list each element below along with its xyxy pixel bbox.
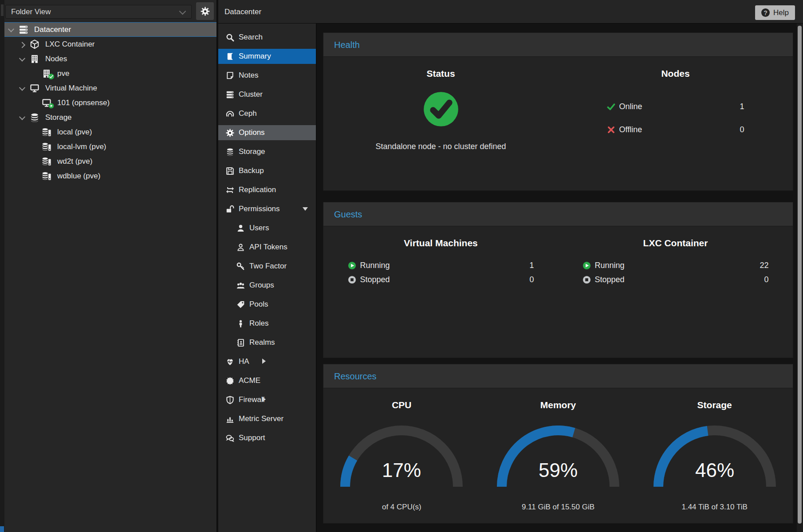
menu-item-realms[interactable]: Realms	[218, 335, 316, 350]
tree-item-datacenter[interactable]: Datacenter	[4, 22, 216, 37]
node-status-row-online: Online1	[607, 95, 744, 118]
menu-item-notes[interactable]: Notes	[218, 68, 316, 83]
menu-item-label: Backup	[239, 166, 264, 175]
menu-item-permissions[interactable]: Permissions	[218, 201, 316, 217]
tree-settings-button[interactable]	[196, 2, 214, 20]
building-check-icon	[42, 69, 53, 79]
caret-down-icon[interactable]	[20, 115, 30, 120]
gear-icon	[225, 128, 234, 137]
api-token-icon	[236, 243, 245, 252]
storage-drive-icon	[42, 157, 53, 166]
guests-column-virtual-machines: Virtual MachinesRunning1Stopped0	[323, 226, 558, 287]
backup-icon	[225, 166, 234, 175]
menu-item-label: Two Factor	[249, 262, 287, 271]
guest-status-value: 1	[529, 261, 534, 270]
tree-item-pve[interactable]: pve	[4, 66, 216, 81]
gauge-progress-arc	[345, 458, 353, 487]
tree-item-nodes[interactable]: Nodes	[4, 51, 216, 66]
ceph-icon	[225, 109, 234, 118]
ha-icon	[225, 357, 234, 366]
check-icon	[607, 102, 615, 111]
menu-item-support[interactable]: Support	[218, 430, 316, 445]
menu-item-label: API Tokens	[249, 243, 287, 252]
gauge-percent-label: 59%	[539, 459, 578, 481]
monitor-play-icon	[42, 98, 53, 108]
caret-down-icon[interactable]	[20, 86, 30, 91]
menu-item-api-tokens[interactable]: API Tokens	[218, 240, 316, 255]
play-circle-icon	[348, 261, 356, 270]
menu-item-options[interactable]: Options	[218, 125, 316, 140]
view-selector[interactable]: Folder View	[5, 5, 192, 19]
tree-item-local-lvm-pve[interactable]: local-lvm (pve)	[4, 139, 216, 154]
menu-item-roles[interactable]: Roles	[218, 316, 316, 331]
menu-item-label: Roles	[249, 319, 268, 328]
menu-item-label: Storage	[239, 147, 265, 156]
tree-item-virtual-machine[interactable]: Virtual Machine	[4, 81, 216, 95]
storage-drive-icon	[42, 171, 53, 181]
help-button[interactable]: ? Help	[755, 5, 795, 20]
menu-item-label: Groups	[249, 281, 274, 290]
caret-down-icon[interactable]	[9, 28, 19, 32]
resource-tree-panel: Folder View DatacenterLXC ContainerNodes…	[4, 0, 217, 532]
check-badge-icon	[48, 74, 54, 79]
nodes-heading: Nodes	[558, 68, 793, 79]
menu-item-label: Metric Server	[239, 414, 283, 423]
menu-item-search[interactable]: Search	[218, 30, 316, 45]
tree-item-label: Virtual Machine	[45, 84, 97, 93]
tree-item-wd2t-pve[interactable]: wd2t (pve)	[4, 154, 216, 169]
menu-item-users[interactable]: Users	[218, 221, 316, 236]
menu-item-pools[interactable]: Pools	[218, 297, 316, 312]
guests-column-heading: LXC Container	[558, 238, 793, 248]
gauge-heading: Storage	[636, 400, 793, 410]
content-header: Datacenter ? Help	[218, 0, 803, 24]
menu-item-label: Replication	[239, 185, 276, 194]
tree-item-wdblue-pve[interactable]: wdblue (pve)	[4, 169, 216, 183]
menu-item-summary[interactable]: Summary	[218, 49, 316, 64]
tree-item-label: Nodes	[45, 55, 67, 63]
tree-item-local-pve[interactable]: local (pve)	[4, 125, 216, 139]
stop-circle-icon	[348, 276, 356, 284]
pool-icon	[236, 300, 245, 309]
groups-icon	[236, 281, 245, 290]
node-status-label: Offline	[619, 125, 642, 134]
tree-item-lxc-container[interactable]: LXC Container	[4, 37, 216, 51]
expander-expand-icon[interactable]	[262, 397, 266, 402]
guest-status-value: 0	[529, 275, 534, 284]
node-status-label: Online	[619, 102, 642, 111]
gauge-column-memory: Memory59%9.11 GiB of 15.50 GiB	[480, 388, 637, 512]
menu-item-cluster[interactable]: Cluster	[218, 87, 316, 102]
tree-item-storage[interactable]: Storage	[4, 110, 216, 125]
menu-item-storage[interactable]: Storage	[218, 144, 316, 159]
menu-item-ceph[interactable]: Ceph	[218, 106, 316, 121]
menu-item-backup[interactable]: Backup	[218, 163, 316, 178]
menu-item-label: Firewall	[239, 395, 265, 404]
menu-item-label: Users	[249, 224, 269, 233]
menu-item-metric-server[interactable]: Metric Server	[218, 411, 316, 426]
expander-expand-icon[interactable]	[262, 359, 266, 364]
expander-collapse-icon[interactable]	[303, 207, 308, 211]
gauge-percent-label: 46%	[695, 459, 734, 481]
caret-right-icon[interactable]	[20, 42, 30, 47]
gauge-percent-label: 17%	[382, 459, 421, 481]
window-edge	[0, 0, 4, 532]
acme-icon	[225, 376, 234, 385]
guest-status-row-running: Running1	[348, 258, 534, 272]
tree-item-101-opnsense[interactable]: 101 (opnsense)	[4, 95, 216, 110]
resource-tree: DatacenterLXC ContainerNodespveVirtual M…	[4, 22, 216, 183]
menu-item-label: Ceph	[239, 109, 257, 118]
menu-item-firewall[interactable]: Firewall	[218, 392, 316, 407]
menu-item-acme[interactable]: ACME	[218, 373, 316, 388]
menu-item-label: Cluster	[239, 90, 263, 99]
tree-item-label: 101 (opnsense)	[57, 99, 110, 107]
scrollbar-thumb[interactable]	[798, 26, 802, 524]
caret-down-icon[interactable]	[20, 57, 30, 61]
menu-item-two-factor[interactable]: Two Factor	[218, 259, 316, 274]
stop-circle-icon	[583, 276, 591, 284]
menu-item-replication[interactable]: Replication	[218, 182, 316, 197]
tree-item-label: wd2t (pve)	[57, 157, 92, 166]
menu-item-groups[interactable]: Groups	[218, 278, 316, 293]
menu-item-label: Search	[239, 33, 263, 42]
menu-item-ha[interactable]: HA	[218, 354, 316, 369]
question-circle-icon: ?	[761, 8, 770, 17]
gauge-memory: 59%	[492, 426, 625, 497]
